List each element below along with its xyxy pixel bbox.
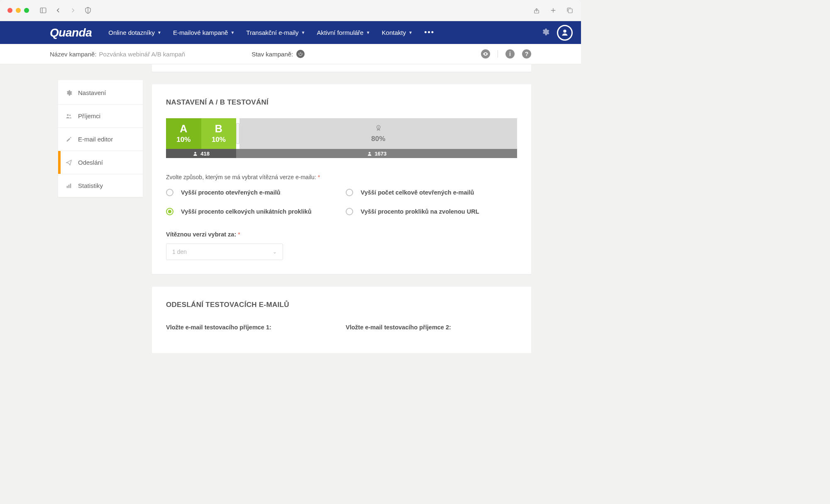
winner-method-radios: Vyšší procento otevřených e-mailů Vyšší … (166, 189, 517, 215)
sidebar-item-label: Statistiky (78, 182, 103, 189)
radio-open-percent[interactable]: Vyšší procento otevřených e-mailů (166, 189, 337, 196)
chevron-down-icon: ⌄ (273, 249, 277, 255)
share-icon[interactable] (533, 7, 540, 14)
nav-more-icon[interactable]: ••• (424, 28, 435, 37)
send-icon (66, 159, 72, 166)
divider (498, 50, 498, 58)
caret-down-icon: ▼ (408, 30, 413, 35)
page-body: Nastavení Příjemci E-mail editor Odeslán… (0, 64, 581, 353)
select-value: 1 den (172, 248, 187, 255)
radio-unique-clicks[interactable]: Vyšší procento celkových unikátních prok… (166, 208, 337, 215)
info-icon[interactable]: i (505, 49, 515, 58)
nav-transakcni-emaily[interactable]: Transakční e-maily▼ (246, 29, 305, 36)
segment-a-label: A (180, 124, 187, 134)
card-title: NASTAVENÍ A / B TESTOVÁNÍ (166, 98, 517, 107)
users-icon (66, 113, 72, 119)
sidebar-item-statistiky[interactable]: Statistiky (58, 174, 143, 197)
segment-a-percent: 10% (176, 136, 190, 144)
radio-label: Vyšší počet celkově otevřených e-mailů (361, 189, 474, 196)
radio-icon (346, 189, 353, 196)
radio-label: Vyšší procento otevřených e-mailů (181, 189, 281, 196)
close-window-icon[interactable] (7, 8, 12, 13)
user-icon (193, 151, 198, 156)
svg-point-14 (378, 127, 379, 128)
preview-icon[interactable] (481, 49, 490, 58)
nav-emailove-kampane[interactable]: E-mailové kampaně▼ (173, 29, 234, 36)
user-icon (367, 151, 372, 156)
campaign-label: Název kampaně: (50, 51, 97, 58)
ab-segment-winner: 80% (239, 118, 517, 149)
radio-icon (346, 208, 353, 215)
sidebar: Nastavení Příjemci E-mail editor Odeslán… (58, 80, 143, 197)
power-icon[interactable] (296, 50, 305, 58)
radio-label: Vyšší procento celkových unikátních prok… (181, 208, 312, 215)
caret-down-icon: ▼ (301, 30, 305, 35)
sidebar-item-label: E-mail editor (78, 136, 113, 143)
count-winner-value: 1673 (375, 151, 387, 157)
radio-label: Vyšší procento prokliků na zvolenou URL (361, 208, 479, 215)
svg-rect-12 (70, 183, 71, 188)
radio-icon (166, 208, 173, 215)
nav-aktivni-formulare[interactable]: Aktivní formuláře▼ (317, 29, 370, 36)
nav-kontakty[interactable]: Kontakty▼ (382, 29, 413, 36)
campaign-name: Pozvánka webinář A/B kampaň (99, 51, 186, 58)
segment-b-percent: 10% (212, 136, 226, 144)
new-tab-icon[interactable] (549, 7, 557, 14)
avatar[interactable] (557, 25, 573, 41)
radio-url-clicks[interactable]: Vyšší procento prokliků na zvolenou URL (346, 208, 517, 215)
traffic-lights (7, 8, 29, 13)
sub-header: Název kampaně: Pozvánka webinář A/B kamp… (0, 44, 581, 64)
svg-point-8 (67, 114, 68, 116)
winner-delay-label: Vítěznou verzi vybrat za: * (166, 231, 517, 238)
ab-settings-card: NASTAVENÍ A / B TESTOVÁNÍ A 10% B 10% 80… (152, 84, 531, 274)
test-emails-card: ODESLÁNÍ TESTOVACÍCH E-MAILŮ Vložte e-ma… (152, 287, 531, 353)
sidebar-item-nastaveni[interactable]: Nastavení (58, 80, 143, 105)
count-segment-winner: 1673 (236, 149, 517, 158)
svg-rect-10 (67, 186, 68, 188)
browser-window: Quanda Online dotazníky▼ E-mailové kampa… (0, 0, 581, 353)
svg-rect-0 (40, 8, 46, 13)
svg-rect-11 (68, 185, 70, 188)
sidebar-item-odeslani[interactable]: Odeslání (58, 151, 143, 174)
minimize-window-icon[interactable] (16, 8, 21, 13)
svg-point-16 (369, 152, 370, 153)
help-icon[interactable]: ? (522, 49, 531, 58)
caret-down-icon: ▼ (366, 30, 370, 35)
back-icon[interactable] (54, 7, 62, 14)
sidebar-item-label: Příjemci (78, 112, 100, 119)
segment-b-label: B (215, 124, 222, 134)
card-title: ODESLÁNÍ TESTOVACÍCH E-MAILŮ (166, 301, 517, 309)
sidebar-item-prijemci[interactable]: Příjemci (58, 105, 143, 128)
main-nav: Online dotazníky▼ E-mailové kampaně▼ Tra… (108, 21, 435, 44)
test-recipient-2-label: Vložte e-mail testovacího příjemce 2: (346, 324, 517, 331)
sidebar-item-label: Odeslání (78, 159, 103, 166)
caret-down-icon: ▼ (157, 30, 161, 35)
svg-point-9 (69, 114, 71, 116)
logo[interactable]: Quanda (50, 26, 92, 39)
sidebar-item-email-editor[interactable]: E-mail editor (58, 128, 143, 151)
shield-icon[interactable] (84, 7, 92, 14)
tabs-icon[interactable] (566, 7, 574, 14)
winner-method-prompt: Zvolte způsob, kterým se má vybrat vítěz… (166, 174, 517, 180)
winner-delay-select[interactable]: 1 den ⌄ (166, 243, 283, 260)
sidebar-toggle-icon[interactable] (39, 7, 47, 14)
gear-icon (66, 90, 72, 96)
settings-icon[interactable] (541, 28, 549, 38)
app-header: Quanda Online dotazníky▼ E-mailové kampa… (0, 21, 581, 44)
maximize-window-icon[interactable] (24, 8, 29, 13)
nav-online-dotazniky[interactable]: Online dotazníky▼ (108, 29, 161, 36)
test-recipient-1-label: Vložte e-mail testovacího příjemce 1: (166, 324, 337, 331)
ab-segment-b: B 10% (201, 118, 237, 149)
campaign-status-label: Stav kampaně: (251, 51, 293, 58)
split-drag-handle[interactable] (236, 123, 239, 144)
edit-icon (66, 136, 72, 143)
ab-segment-a: A 10% (166, 118, 201, 149)
count-ab-value: 418 (200, 151, 210, 157)
forward-icon[interactable] (69, 7, 77, 14)
svg-point-15 (195, 152, 196, 153)
count-segment-ab: 418 (166, 149, 236, 158)
stats-icon (66, 183, 72, 189)
radio-open-count[interactable]: Vyšší počet celkově otevřených e-mailů (346, 189, 517, 196)
browser-chrome (0, 0, 581, 21)
award-icon (374, 124, 383, 132)
